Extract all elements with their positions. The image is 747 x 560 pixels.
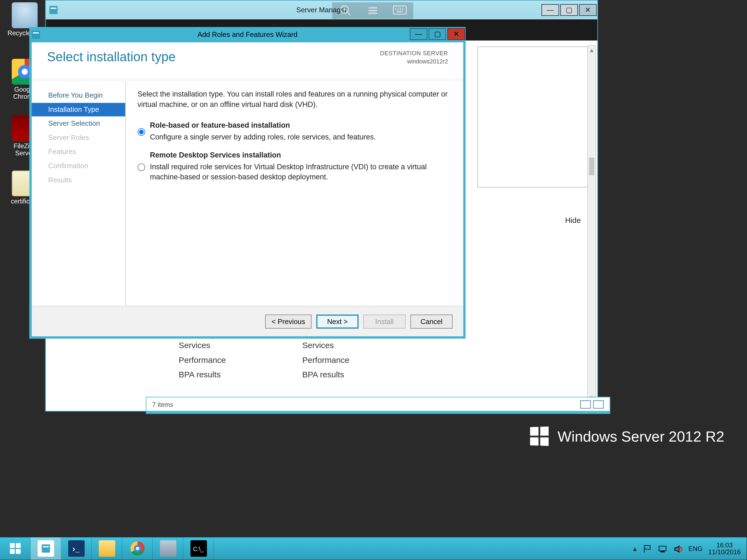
wizard-footer: < Previous Next > Install Cancel (32, 306, 463, 336)
wizard-heading: Select installation type (47, 50, 176, 65)
previous-button[interactable]: < Previous (265, 314, 312, 328)
windows-logo-icon (530, 427, 548, 446)
tile-bpa[interactable]: BPA results (302, 367, 349, 382)
destination-server: windows2012r2 (380, 58, 448, 66)
taskbar-generic-app[interactable] (153, 537, 183, 560)
step-features: Features (39, 145, 125, 159)
server-manager-titlebar[interactable]: Server Manager — ▢ ✕ (46, 1, 597, 19)
wizard-header: Select installation type DESTINATION SER… (32, 42, 463, 79)
scroll-up-icon[interactable]: ▲ (588, 46, 595, 55)
generic-app-icon (160, 540, 176, 557)
zoom-in-button[interactable] (332, 2, 359, 19)
svg-rect-22 (661, 552, 664, 552)
role-tile-right: Services Performance BPA results (302, 338, 349, 382)
step-server-roles: Server Roles (39, 131, 125, 144)
step-results: Results (39, 173, 125, 187)
option-role-based-desc: Configure a single server by adding role… (150, 132, 452, 143)
system-tray: ▴ ENG 16:03 11/10/2016 (627, 537, 746, 560)
minimize-button[interactable]: — (410, 28, 428, 40)
taskbar-file-explorer[interactable] (92, 537, 122, 560)
wizard-icon (29, 31, 42, 39)
wizard-title: Add Roles and Features Wizard (29, 31, 466, 39)
tile-performance[interactable]: Performance (179, 353, 226, 367)
chrome-icon (129, 540, 146, 557)
watermark-text: Windows Server 2012 R2 (558, 428, 724, 444)
wizard-intro-text: Select the installation type. You can in… (137, 90, 452, 110)
tile-performance[interactable]: Performance (302, 353, 349, 367)
cancel-button[interactable]: Cancel (410, 314, 453, 328)
tray-overflow-icon[interactable]: ▴ (633, 545, 637, 552)
option-rds-title: Remote Desktop Services installation (150, 151, 281, 159)
wizard-content: Select the installation type. You can in… (126, 81, 463, 306)
recycle-bin-icon (12, 2, 38, 28)
welcome-tile-box (478, 47, 589, 187)
radio-role-based[interactable] (137, 122, 145, 142)
start-button[interactable] (0, 537, 31, 560)
taskbar-server-manager[interactable] (31, 537, 61, 560)
tray-time: 16:03 (709, 541, 741, 549)
step-before-you-begin[interactable]: Before You Begin (39, 89, 125, 102)
tray-clock[interactable]: 16:03 11/10/2016 (709, 541, 741, 556)
close-button[interactable]: ✕ (579, 4, 597, 16)
maximize-button[interactable]: ▢ (560, 4, 578, 16)
svg-rect-20 (16, 549, 21, 554)
server-manager-icon (46, 6, 61, 14)
server-manager-icon (37, 540, 54, 557)
view-details-icon[interactable] (580, 400, 591, 408)
scroll-thumb[interactable] (589, 157, 594, 175)
svg-line-1 (347, 12, 351, 16)
option-rds-desc: Install required role services for Virtu… (150, 162, 452, 182)
windows-watermark: Windows Server 2012 R2 (530, 427, 724, 446)
radio-rds[interactable] (137, 152, 145, 183)
step-server-selection[interactable]: Server Selection (39, 117, 125, 130)
maximize-button[interactable]: ▢ (429, 28, 446, 40)
option-rds[interactable]: Remote Desktop Services installation Ins… (137, 150, 452, 182)
svg-rect-21 (659, 546, 666, 551)
file-explorer-icon (98, 540, 115, 557)
hide-link[interactable]: Hide (565, 216, 581, 225)
svg-rect-19 (9, 549, 15, 554)
minimize-button[interactable]: — (541, 4, 559, 16)
network-icon[interactable] (658, 544, 667, 553)
wizard-step-list: Before You Begin Installation Type Serve… (32, 81, 126, 306)
flag-icon[interactable] (643, 544, 652, 553)
svg-rect-18 (16, 543, 21, 548)
hamburger-menu-button[interactable] (359, 2, 386, 19)
option-role-based-title: Role-based or feature-based installation (150, 121, 290, 129)
view-tiles-icon[interactable] (593, 400, 604, 408)
taskbar-chrome[interactable] (122, 537, 153, 560)
step-installation-type[interactable]: Installation Type (32, 103, 125, 116)
taskbar-cmd[interactable]: C:\_ (183, 537, 214, 560)
destination-label: DESTINATION SERVER (380, 50, 448, 58)
tray-date: 11/10/2016 (709, 549, 741, 556)
wizard-titlebar[interactable]: Add Roles and Features Wizard — ▢ ✕ (29, 27, 466, 42)
volume-muted-icon[interactable] (673, 544, 682, 553)
powershell-icon: ›_ (68, 540, 84, 557)
next-button[interactable]: Next > (316, 314, 359, 328)
explorer-item-count: 7 items (152, 401, 173, 408)
scrollbar[interactable]: ▲ ▼ (587, 45, 596, 403)
keyboard-button[interactable] (386, 2, 413, 19)
step-confirmation: Confirmation (39, 159, 125, 173)
tray-language[interactable]: ENG (689, 545, 702, 552)
server-manager-title: Server Manager (46, 6, 597, 14)
install-button: Install (363, 314, 406, 328)
close-button[interactable]: ✕ (447, 28, 465, 40)
option-role-based[interactable]: Role-based or feature-based installation… (137, 121, 452, 143)
cmd-icon: C:\_ (190, 540, 207, 557)
tile-bpa[interactable]: BPA results (179, 367, 226, 382)
add-roles-wizard: Add Roles and Features Wizard — ▢ ✕ Sele… (29, 27, 466, 339)
tile-services[interactable]: Services (302, 338, 349, 353)
taskbar: ›_ C:\_ ▴ ENG 16:03 (0, 537, 747, 560)
taskbar-powershell[interactable]: ›_ (61, 537, 92, 560)
tile-services[interactable]: Services (179, 338, 226, 353)
svg-rect-17 (9, 543, 15, 548)
role-tile-left: Services Performance BPA results (179, 338, 226, 382)
explorer-status-bar: 7 items (146, 397, 610, 411)
